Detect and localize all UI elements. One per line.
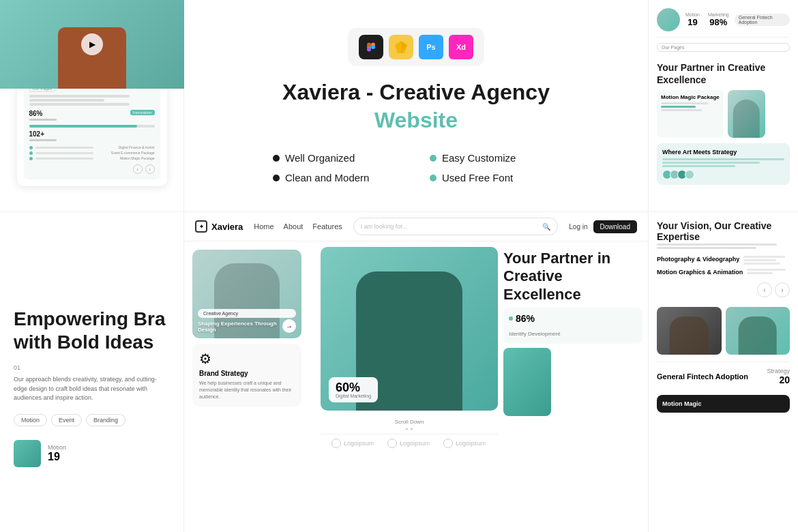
hero-center-image: 60% Digital Marketing	[321, 247, 498, 411]
brand-title: Brand Strategy	[199, 370, 295, 377]
feature-label-1: Well Organized	[285, 152, 355, 164]
identify-label: Identify Development	[509, 331, 560, 337]
service-photography: Photography & Videography	[657, 256, 790, 265]
digital-percentage: 60%	[336, 381, 371, 394]
strategy-num: 20	[779, 374, 790, 385]
tag-branding[interactable]: Branding	[86, 414, 125, 426]
scroll-down-icon: ⌄⌄	[323, 425, 495, 431]
features-grid: Well Organized Easy Customize Clean and …	[273, 152, 559, 183]
bottom-stat-num: 19	[48, 451, 66, 463]
hero-digital-badge: 60% Digital Marketing	[329, 377, 378, 402]
center-top-panel: Ps Xd Xaviera - Creative Agency Website …	[184, 0, 648, 211]
right-bottom-panel: Your Vision, Our Creative Expertise Phot…	[648, 211, 798, 532]
right-cards: Motion Magic Package	[657, 90, 790, 138]
right-avatars	[662, 170, 784, 179]
brand-strategy-icon: ⚙	[199, 351, 295, 367]
xd-icon: Xd	[449, 35, 473, 59]
hero-left-cards: Creative Agency Shaping Experiences Thro…	[184, 241, 321, 532]
scroll-down-text: Scroll Down ⌄⌄	[321, 416, 498, 434]
feature-well-organized: Well Organized	[273, 152, 402, 164]
hero-section: Creative Agency Shaping Experiences Thro…	[184, 241, 648, 532]
stat-dot	[509, 316, 513, 321]
right-photo-1	[657, 307, 722, 355]
tags-container: Motion Event Branding	[14, 414, 170, 426]
hero-main-title: Your Partner in Creative Excellence	[503, 250, 642, 304]
tag-motion[interactable]: Motion	[14, 414, 47, 426]
right-photos	[657, 307, 790, 355]
right-services: Photography & Videography Motion Graphic…	[657, 256, 790, 276]
hero-brand-card: ⚙ Brand Strategy We help businesses craf…	[192, 344, 301, 407]
figma-icon	[359, 35, 383, 59]
login-button[interactable]: Log in	[569, 223, 587, 231]
right-profile: Motion 19 Marketing 98% General Fintech …	[657, 8, 790, 38]
profile-stats: Motion 19 Marketing 98%	[685, 12, 729, 27]
nav-bar: ✦ Xaviera Home About Features I am looki…	[184, 212, 648, 241]
left-bottom-heading: Empowering Bra with Bold Ideas	[14, 308, 170, 353]
right-nav-arrows: ‹ ›	[657, 282, 790, 297]
right-where-card: Where Art Meets Strategy	[657, 143, 790, 185]
motion-label: Motion	[685, 12, 700, 17]
feature-label-2: Easy Customize	[442, 152, 516, 164]
hero-center: 60% Digital Marketing Scroll Down ⌄⌄ Log…	[321, 241, 498, 532]
logo-bar: Logoipsum Logoipsum Logoipsum Logoipsum	[321, 434, 498, 452]
nav-search[interactable]: I am looking for... 🔍	[353, 218, 558, 235]
sketch-icon	[389, 35, 413, 59]
marketing-stat: Marketing 98%	[708, 12, 729, 27]
play-button[interactable]: ▶	[81, 33, 103, 55]
service-motion: Motion Graphics & Animation	[657, 269, 790, 276]
motion-magic-label: Motion Magic	[662, 400, 784, 407]
feature-clean-modern: Clean and Modern	[273, 172, 402, 183]
right-card-person-img	[728, 90, 765, 138]
brand-desc: We help businesses craft a unique and me…	[199, 380, 295, 400]
tag-event[interactable]: Event	[51, 414, 82, 426]
card-motion-title: Motion Magic Package	[661, 94, 720, 100]
logo-2: Logoipsum	[387, 439, 430, 448]
fintech-title: General Fintech Adoption	[657, 372, 748, 381]
bottom-stat-label: Motion	[48, 444, 66, 451]
right-where-title: Where Art Meets Strategy	[662, 149, 784, 156]
scroll-down-label: Scroll Down	[323, 419, 495, 425]
right-fintech: General Fintech Adoption Strategy 20	[657, 361, 790, 385]
right-partner-title: Your Partner in Creative Excellence	[657, 61, 790, 86]
website-mockup: ✦ Xaviera Home About Features I am looki…	[184, 212, 648, 532]
right-vision-title: Your Vision, Our Creative Expertise	[657, 220, 790, 242]
hero-right: Your Partner in Creative Excellence 86% …	[498, 241, 648, 532]
right-vision-subtitle	[657, 243, 790, 249]
prev-arrow-btn[interactable]: ‹	[757, 282, 772, 297]
feature-dot-4	[430, 175, 437, 181]
app-icons: Ps Xd	[348, 28, 484, 66]
nav-about[interactable]: About	[284, 222, 304, 231]
center-title: Xaviera - Creative Agency	[282, 80, 550, 105]
teal-hero-image: ▶	[0, 0, 184, 89]
nav-features[interactable]: Features	[312, 222, 342, 231]
next-arrow-btn[interactable]: ›	[775, 282, 790, 297]
identify-percentage: 86%	[516, 313, 535, 324]
nav-logo: ✦ Xaviera	[195, 220, 243, 233]
strategy-label: Strategy	[767, 368, 790, 374]
profile-avatar	[657, 8, 680, 31]
search-placeholder: I am looking for...	[361, 223, 408, 230]
center-subtitle: Website	[374, 108, 458, 133]
feature-easy-customize: Easy Customize	[430, 152, 559, 164]
center-bottom-panel: ✦ Xaviera Home About Features I am looki…	[184, 211, 648, 532]
service-photo-label: Photography & Videography	[657, 256, 739, 263]
hero-person-image	[503, 348, 551, 416]
nav-logo-icon: ✦	[195, 220, 207, 233]
feature-label-3: Clean and Modern	[285, 172, 369, 183]
hero-card-title: Shaping Experiences Through Design	[198, 321, 296, 333]
digital-label: Digital Marketing	[336, 394, 371, 398]
right-partner-section: Your Partner in Creative Excellence Moti…	[657, 61, 790, 138]
download-button[interactable]: Download	[593, 220, 637, 233]
hero-card-image: Creative Agency Shaping Experiences Thro…	[192, 250, 301, 338]
logo-3: Logoipsum	[443, 439, 486, 448]
right-card-motion: Motion Magic Package	[657, 90, 724, 138]
step-description: Our approach blends creativity, strategy…	[14, 375, 170, 403]
svg-point-3	[367, 48, 371, 52]
hero-stats-card: 86% Identify Development	[503, 308, 642, 344]
feature-dot-1	[273, 155, 280, 162]
feature-dot-2	[430, 155, 437, 162]
service-motion-label: Motion Graphics & Animation	[657, 269, 743, 276]
right-motion-card: Motion Magic	[657, 395, 790, 413]
nav-links: Home About Features	[254, 222, 342, 231]
nav-home[interactable]: Home	[254, 222, 274, 231]
